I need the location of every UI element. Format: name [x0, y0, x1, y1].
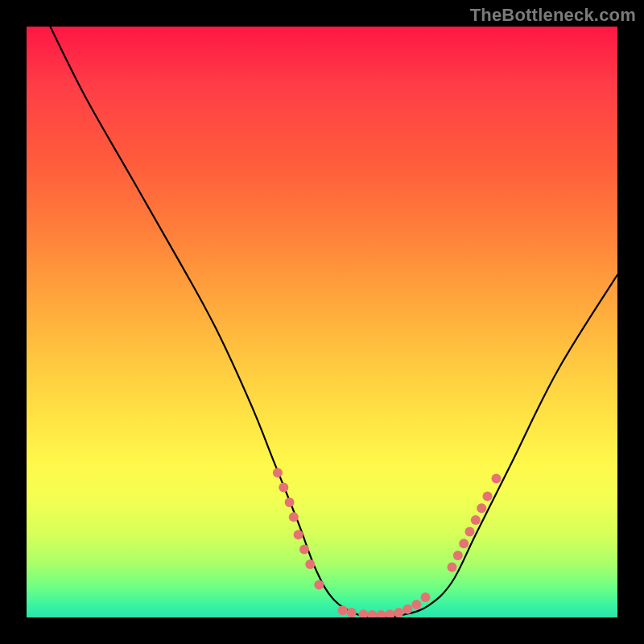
marker-dot	[471, 515, 481, 525]
marker-dot	[289, 512, 299, 522]
marker-dot	[314, 580, 324, 590]
marker-dot	[477, 503, 486, 513]
marker-dot	[402, 605, 412, 614]
marker-dot	[376, 610, 386, 617]
marker-dot	[285, 497, 295, 507]
marker-dot	[299, 545, 309, 555]
marker-dot	[453, 551, 463, 560]
marker-dot	[492, 474, 502, 484]
marker-dot	[279, 483, 288, 493]
marker-dot	[358, 609, 368, 617]
marker-dot	[305, 559, 315, 569]
watermark-text: TheBottleneck.com	[470, 5, 636, 26]
marker-dot	[394, 608, 403, 617]
marker-dot	[483, 492, 493, 502]
marker-dot	[465, 527, 475, 537]
marker-dot	[421, 592, 431, 602]
plot-area	[27, 27, 617, 617]
marker-dot	[273, 468, 283, 477]
marker-dot	[411, 600, 421, 609]
marker-dot	[347, 608, 357, 617]
marker-dot	[459, 539, 469, 548]
chart-svg	[27, 27, 617, 617]
marker-dot	[338, 605, 348, 615]
bottleneck-curve	[50, 27, 617, 617]
marker-dot	[367, 610, 377, 617]
marker-cluster-bottom	[338, 592, 431, 617]
marker-dot	[294, 530, 303, 539]
chart-stage: TheBottleneck.com	[0, 0, 644, 644]
marker-dot	[448, 563, 457, 572]
marker-cluster-right	[448, 474, 502, 572]
marker-dot	[385, 609, 394, 617]
